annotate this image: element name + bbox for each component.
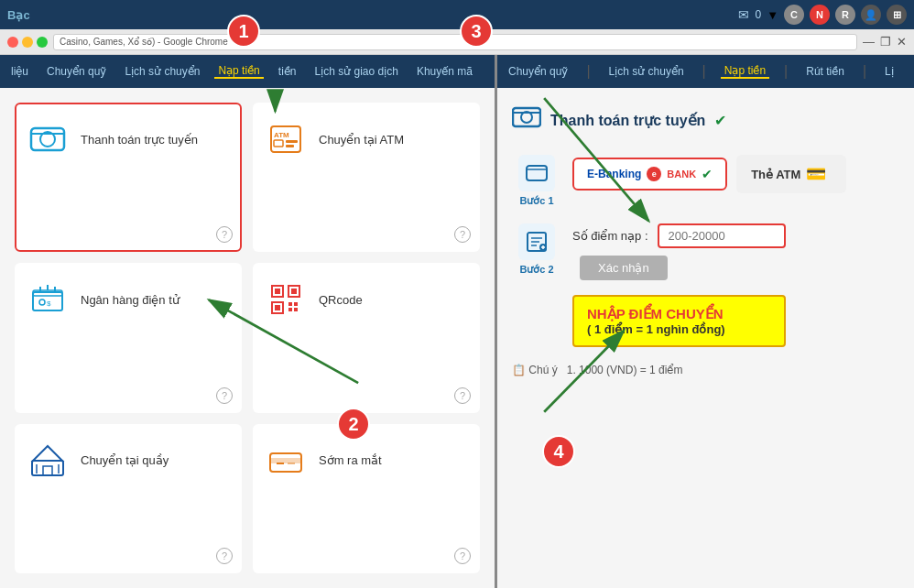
close-btn[interactable] [7,37,18,48]
ebank-icon: $ [27,279,68,320]
minimize-btn[interactable] [22,37,33,48]
card-launch-label: Sớm ra mắt [319,453,382,467]
chuy-note1: 1. 1000 (VND) = 1 điểm [560,364,682,376]
browser-url: Casino, Games, Xổ số) - Google Chrome [53,34,857,50]
payment-title-row: Thanh toán trực tuyến ✔ [512,103,899,138]
card-counter-inner: Chuyển tại quầy [27,441,169,481]
right-content: Thanh toán trực tuyến ✔ Bước 1 [497,88,914,588]
step1-label-box: Bước 1 [512,155,561,207]
browser-bar: Casino, Games, Xổ số) - Google Chrome — … [0,29,914,55]
svg-rect-7 [286,145,294,147]
help-icon-counter[interactable]: ? [216,548,233,564]
right-nav-lich[interactable]: Lị [881,65,898,78]
card-counter[interactable]: Chuyển tại quầy ? [15,424,242,573]
user-icon[interactable]: 👤 [861,5,881,25]
nav-item-withdraw[interactable]: tiền [275,65,300,78]
chuy-section: 📋 Chú ý 1. 1000 (VND) = 1 điểm [512,364,899,376]
card-online-inner: Thanh toán trực tuyến [27,119,198,159]
icon-c[interactable]: C [784,5,804,25]
step1-label: Bước 1 [519,195,553,207]
step2-label-box: Bước 2 [512,223,561,276]
os-bar-title: Bạc [7,8,30,22]
step2-row: Bước 2 Số điểm nạp : Xác nhận NHẬP ĐIỂM … [512,223,899,347]
card-atm[interactable]: ATM Chuyển tại ATM ? [253,103,480,252]
verified-badge: ✔ [714,112,726,129]
help-icon-launch[interactable]: ? [454,548,471,564]
card-launch[interactable]: Sớm ra mắt ? [253,424,480,573]
nav-item-data[interactable]: liệu [7,65,32,78]
nav-item-promo[interactable]: Khuyến mã [413,65,476,78]
maximize-btn[interactable] [37,37,48,48]
svg-point-13 [39,299,45,305]
yellow-note: NHẬP ĐIỂM CHUYỂN ( 1 điểm = 1 nghìn đồng… [572,295,786,347]
nav-item-deposit[interactable]: Nạp tiền [214,64,263,79]
ebanking-card[interactable]: E-Banking e BANK ✔ [572,158,727,191]
atm-card-icon: 💳 [806,164,826,184]
step1-icon [518,155,555,191]
help-icon-atm[interactable]: ? [454,226,471,243]
left-nav: liệu Chuyển quỹ Lịch sử chuyển Nạp tiền … [0,55,495,88]
right-nav: Chuyển quỹ | Lịch sử chuyển | Nạp tiền |… [497,55,914,88]
step-badge-4: 4 [542,435,575,468]
right-nav-deposit[interactable]: Nạp tiền [721,64,769,79]
card-ebank[interactable]: $ Ngân hàng điện tử ? [15,263,242,412]
email-icon: ✉ [738,7,749,22]
right-nav-withdraw[interactable]: Rút tiền [802,65,848,78]
icon-n[interactable]: N [810,5,830,25]
badge-count: 0 [755,8,761,21]
left-panel: liệu Chuyển quỹ Lịch sử chuyển Nạp tiền … [0,55,495,588]
grid-icon[interactable]: ⊞ [887,5,907,25]
step1-row: Bước 1 E-Banking e BANK ✔ Thẻ ATM 💳 [512,155,899,207]
card-counter-label: Chuyển tại quầy [81,453,169,467]
svg-rect-5 [274,140,283,147]
sodiem-input[interactable] [658,223,786,248]
svg-rect-37 [527,166,547,180]
step-badge-2: 2 [337,408,370,441]
ebank-label: E-Banking [587,168,641,180]
ebank-circle: e [647,167,661,181]
online-icon [27,119,68,159]
left-content: Thanh toán trực tuyến ? ATM [0,88,495,588]
card-launch-inner: Sớm ra mắt [266,441,382,481]
card-online-payment[interactable]: Thanh toán trực tuyến ? [15,103,242,252]
window-close[interactable]: ✕ [897,35,907,49]
bell-icon: ▼ [767,8,778,22]
card-atm-label: Chuyển tại ATM [319,133,404,147]
svg-text:ATM: ATM [274,131,289,139]
svg-text:$: $ [47,299,51,308]
atm-label-text: Thẻ ATM [751,168,800,181]
help-icon-online[interactable]: ? [216,226,233,243]
card-qr[interactable]: QRcode ? [253,263,480,412]
bank-options: E-Banking e BANK ✔ Thẻ ATM 💳 [572,155,899,193]
step2-label: Bước 2 [519,264,553,276]
svg-rect-23 [288,308,292,311]
window-restore[interactable]: ❐ [880,35,891,49]
right-nav-history[interactable]: Lịch sử chuyển [605,65,688,78]
icon-r[interactable]: R [835,5,855,25]
svg-rect-6 [286,140,298,143]
right-nav-transfer[interactable]: Chuyển quỹ [505,65,571,78]
atm-card[interactable]: Thẻ ATM 💳 [736,155,846,193]
window-minimize[interactable]: — [863,35,875,49]
nav-item-txhistory[interactable]: Lịch sử giao dịch [310,65,401,78]
yellow-note-title: NHẬP ĐIỂM CHUYỂN [587,306,771,322]
step2-inner: Số điểm nạp : Xác nhận NHẬP ĐIỂM CHUYỂN … [572,223,786,347]
chuy-label: Chú ý [528,364,557,376]
svg-rect-20 [275,305,280,310]
nav-item-history[interactable]: Lịch sử chuyển [121,65,203,78]
nav-item-transfer[interactable]: Chuyển quỹ [43,65,110,78]
atm-icon: ATM [266,119,306,159]
help-icon-qr[interactable]: ? [454,387,471,404]
step-badge-1: 1 [227,15,260,48]
card-atm-inner: ATM Chuyển tại ATM [266,119,404,159]
step-badge-3: 3 [460,15,493,48]
card-qr-label: QRcode [319,293,363,307]
xacnhan-button[interactable]: Xác nhận [580,256,668,280]
svg-rect-27 [43,466,52,475]
ebank-checked: ✔ [702,167,713,181]
os-bar-icons: ✉ 0 ▼ C N R 👤 ⊞ [738,5,907,25]
yellow-note-sub: ( 1 điểm = 1 nghìn đồng) [587,322,771,336]
step2-icon [518,223,555,260]
help-icon-ebank[interactable]: ? [216,387,233,404]
os-bar: Bạc ✉ 0 ▼ C N R 👤 ⊞ 1 3 [0,0,914,29]
